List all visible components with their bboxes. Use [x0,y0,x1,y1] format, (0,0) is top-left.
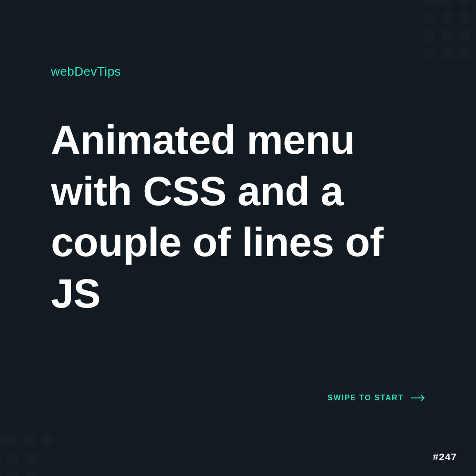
page-title: Animated menu with CSS and a couple of l… [51,114,438,319]
swipe-to-start-cta[interactable]: SWIPE TO START [327,394,424,402]
decoration-bottom-left [0,431,56,476]
decoration-top-right [420,0,476,63]
arrow-right-icon [411,397,424,398]
swipe-cta-label: SWIPE TO START [327,394,404,402]
brand-label: webDevTips [51,64,121,79]
tip-number-badge: #247 [433,451,457,463]
